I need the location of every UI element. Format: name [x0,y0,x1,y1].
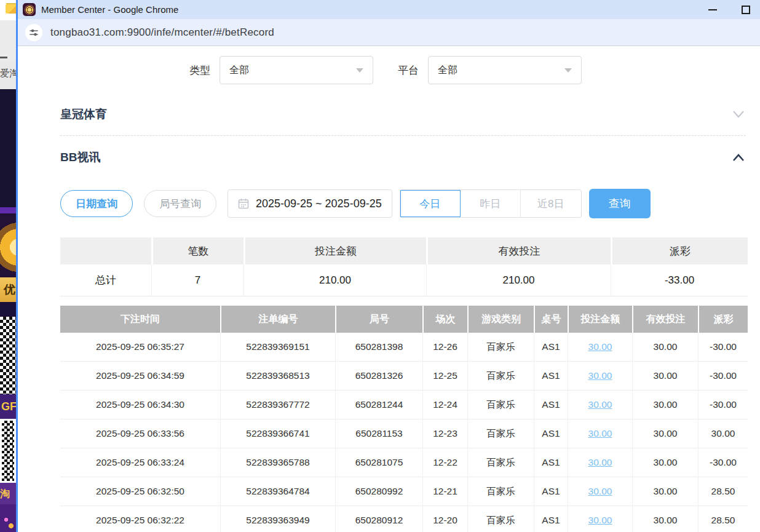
browser-window: Member Center - Google Chrome tongbao31.… [16,0,760,532]
session-cell: 12-25 [422,362,467,391]
table-no-cell: AS1 [534,419,568,448]
page-content: 类型 全部 平台 全部 皇冠体育 BB视讯 日期查询 局号 [18,46,760,532]
table-row: 2025-09-25 06:34:59522839368513650281326… [60,362,748,391]
date-query-button[interactable]: 日期查询 [60,190,133,217]
round-id-cell: 650281153 [335,419,422,448]
window-controls [708,6,760,14]
site-favicon-icon [23,3,36,16]
bet-records-table: 下注时间注单编号局号场次游戏类别桌号投注金额有效投注派彩 2025-09-25 … [60,306,748,532]
summary-total-row: 总计 7 210.00 210.00 -33.00 [60,264,748,296]
qr-code-bottom [0,419,16,483]
round-id-cell: 650281244 [335,391,422,419]
game-type-cell: 百家乐 [467,419,534,448]
bet-amount-link[interactable]: 30.00 [588,399,612,410]
summary-count-value: 7 [151,264,243,296]
date-range-text: 2025-09-25 ~ 2025-09-25 [256,197,382,210]
crown-sports-title: 皇冠体育 [60,106,107,122]
window-title: Member Center - Google Chrome [41,4,178,15]
valid-bet-cell: 30.00 [632,391,698,419]
game-type-cell: 百家乐 [467,362,534,391]
background-you-label: 优 [0,277,16,302]
background-window-strip: 爱淘 优 GF 淘宝 [0,0,16,532]
query-toolbar: 日期查询 局号查询 2025-09-25 ~ 2025-09-25 今日 昨日 … [60,189,746,218]
column-header-bet-amount-cell: 投注金额 [568,306,632,333]
table-row: 2025-09-25 06:34:30522839367772650281244… [60,391,748,419]
folder-icon [6,4,16,14]
bet-time-cell: 2025-09-25 06:32:22 [60,506,220,532]
bet-id-cell: 522839369151 [220,333,335,362]
caret-down-icon [356,68,363,73]
table-row: 2025-09-25 06:35:27522839369151650281398… [60,333,748,362]
round-query-button[interactable]: 局号查询 [144,190,216,217]
bet-amount-cell: 30.00 [568,448,632,477]
bet-id-cell: 522839365788 [220,448,335,477]
type-select[interactable]: 全部 [220,56,373,84]
caret-down-icon [564,68,572,73]
section-bb-video[interactable]: BB视讯 [60,136,746,179]
bet-time-cell: 2025-09-25 06:35:27 [60,333,220,362]
valid-bet-cell: 30.00 [632,506,698,532]
session-cell: 12-22 [422,448,467,477]
minimize-icon[interactable] [708,9,717,10]
column-header-session-cell: 场次 [422,306,467,333]
payout-cell: -30.00 [698,362,748,391]
bet-amount-link[interactable]: 30.00 [588,486,612,496]
section-crown-sports[interactable]: 皇冠体育 [60,93,746,136]
payout-cell: -30.00 [698,448,748,477]
summary-total-label: 总计 [60,264,151,296]
maximize-icon[interactable] [742,6,750,14]
chevron-down-icon[interactable] [731,109,746,119]
summary-header-row: 笔数 投注金额 有效投注 派彩 [60,237,748,264]
game-type-cell: 百家乐 [467,391,534,419]
bet-amount-cell: 30.00 [568,391,632,419]
summary-table: 笔数 投注金额 有效投注 派彩 总计 7 210.00 210.00 -33.0… [60,237,748,296]
site-settings-icon[interactable] [25,24,42,41]
bet-amount-link[interactable]: 30.00 [588,341,612,352]
calendar-icon [238,198,249,209]
round-id-cell: 650281075 [335,448,422,477]
column-header-game-type-cell: 游戏类别 [467,306,534,333]
date-range-picker[interactable]: 2025-09-25 ~ 2025-09-25 [228,189,392,218]
table-row: 2025-09-25 06:33:24522839365788650281075… [60,448,748,477]
table-row: 2025-09-25 06:32:50522839364784650280992… [60,477,748,506]
valid-bet-cell: 30.00 [632,477,698,506]
filter-row: 类型 全部 平台 全部 [60,51,746,89]
url-text[interactable]: tongbao31.com:9900/infe/mcenter/#/betRec… [50,26,274,39]
bb-video-title: BB视讯 [60,149,100,165]
bet-amount-link[interactable]: 30.00 [588,370,612,381]
table-no-cell: AS1 [534,362,568,391]
bet-amount-link[interactable]: 30.00 [588,457,612,467]
platform-select-value: 全部 [438,64,457,77]
platform-select[interactable]: 全部 [428,56,582,84]
column-header-bet-time-cell: 下注时间 [60,306,220,333]
bet-amount-link[interactable]: 30.00 [588,428,612,439]
background-purple-band [0,207,16,213]
qr-code-top [0,317,16,394]
background-gray-area [0,20,16,61]
column-header-table-no-cell: 桌号 [534,306,568,333]
session-cell: 12-21 [422,477,467,506]
session-cell: 12-20 [422,506,467,532]
round-id-cell: 650280912 [335,506,422,532]
bet-amount-cell: 30.00 [568,333,632,362]
valid-bet-cell: 30.00 [632,448,698,477]
window-titlebar: Member Center - Google Chrome [18,0,760,19]
query-button[interactable]: 查询 [589,189,651,218]
last8days-button[interactable]: 近8日 [521,190,581,217]
session-cell: 12-26 [422,333,467,362]
session-cell: 12-24 [422,391,467,419]
chevron-up-icon[interactable] [731,153,746,162]
bet-amount-link[interactable]: 30.00 [588,515,612,525]
table-no-cell: AS1 [534,333,568,362]
today-button[interactable]: 今日 [400,190,461,217]
coin-graphic [0,213,16,277]
bet-table-body: 2025-09-25 06:35:27522839369151650281398… [60,333,748,532]
summary-header-count: 笔数 [151,237,243,264]
game-type-cell: 百家乐 [467,448,534,477]
bet-time-cell: 2025-09-25 06:34:59 [60,362,220,391]
payout-cell: 28.50 [698,477,748,506]
payout-cell: 30.00 [698,419,748,448]
bet-time-cell: 2025-09-25 06:33:24 [60,448,220,477]
round-id-cell: 650280992 [335,477,422,506]
yesterday-button[interactable]: 昨日 [461,190,521,217]
